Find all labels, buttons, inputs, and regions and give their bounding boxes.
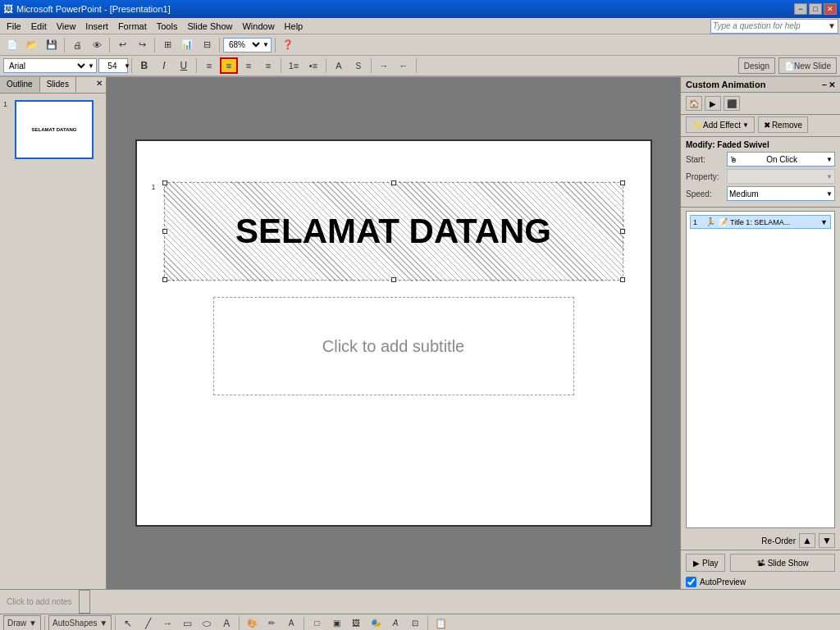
help-search-input[interactable] xyxy=(713,21,828,30)
draw-dropdown-button[interactable]: Draw ▼ xyxy=(3,615,41,631)
font-size-box[interactable]: ▼ xyxy=(98,58,128,73)
menu-file[interactable]: File xyxy=(2,20,26,33)
anim-home-button[interactable]: 🏠 xyxy=(686,96,702,111)
align-right-button[interactable]: ≡ xyxy=(240,57,258,74)
menu-slideshow[interactable]: Slide Show xyxy=(182,20,237,33)
menu-edit[interactable]: Edit xyxy=(26,20,52,33)
3d-button[interactable]: ▣ xyxy=(327,615,345,631)
remove-button[interactable]: ✖ Remove xyxy=(758,116,808,133)
decrease-indent-button[interactable]: ← xyxy=(395,57,413,74)
justify-button[interactable]: ≡ xyxy=(259,57,277,74)
align-left-button[interactable]: ≡ xyxy=(200,57,218,74)
panel-minimize-icon[interactable]: − xyxy=(822,80,827,89)
table-button[interactable]: ⊞ xyxy=(158,37,176,53)
open-button[interactable]: 📂 xyxy=(23,37,41,53)
oval-tool[interactable]: ⬭ xyxy=(198,615,216,631)
panel-close-icon[interactable]: ✕ xyxy=(829,80,835,89)
text-shadow-button[interactable]: S xyxy=(349,57,368,74)
tab-outline[interactable]: Outline xyxy=(0,77,40,93)
handle-bottomright[interactable] xyxy=(620,277,625,282)
line-color-button[interactable]: ✏ xyxy=(262,615,281,631)
menu-view[interactable]: View xyxy=(52,20,81,33)
increase-indent-button[interactable]: → xyxy=(375,57,393,74)
font-name-combo[interactable]: Arial ▼ xyxy=(3,58,97,73)
grid-button[interactable]: ⊟ xyxy=(198,37,216,53)
clip-art-button[interactable]: 🎭 xyxy=(367,615,385,631)
new-button[interactable]: 📄 xyxy=(3,37,21,53)
handle-bottommid[interactable] xyxy=(391,277,396,282)
autoshapes-button[interactable]: AutoShapes ▼ xyxy=(48,615,112,631)
shadow-button[interactable]: □ xyxy=(308,615,326,631)
speed-combo[interactable]: Medium ▼ xyxy=(727,186,835,201)
anim-stop-button[interactable]: ⬛ xyxy=(724,96,740,111)
menu-help[interactable]: Help xyxy=(280,20,308,33)
menu-window[interactable]: Window xyxy=(237,20,279,33)
save-button[interactable]: 💾 xyxy=(43,37,61,53)
handle-topleft[interactable] xyxy=(162,180,167,185)
handle-topright[interactable] xyxy=(620,180,625,185)
slideshow-button[interactable]: 📽 Slide Show xyxy=(730,554,835,572)
cursor-tool[interactable]: ↖ xyxy=(119,615,137,631)
design-button[interactable]: Design xyxy=(738,57,775,74)
zoom-select[interactable]: 68%25%50%75%100% xyxy=(226,39,262,50)
font-size-input[interactable] xyxy=(101,62,124,71)
preview-button[interactable]: 👁 xyxy=(88,37,106,53)
zoom-box[interactable]: 68%25%50%75%100% ▼ xyxy=(223,38,272,52)
minimize-button[interactable]: − xyxy=(794,3,807,15)
wordart-button[interactable]: A xyxy=(386,615,404,631)
menu-format[interactable]: Format xyxy=(113,20,152,33)
font-color-button[interactable]: A xyxy=(330,57,348,74)
fill-color-button[interactable]: 🎨 xyxy=(243,615,261,631)
redo-button[interactable]: ↪ xyxy=(133,37,151,53)
align-center-button[interactable]: ≡ xyxy=(220,57,238,74)
anim-play-icon-button[interactable]: ▶ xyxy=(705,96,721,111)
bullets-button[interactable]: •≡ xyxy=(304,57,322,74)
notes-area[interactable]: Click to add notes xyxy=(0,589,840,614)
title-bar-controls[interactable]: − □ ✕ xyxy=(794,3,837,15)
slide-thumb-1[interactable]: 1 SELAMAT DATANG xyxy=(3,100,103,159)
slide-layout-icon[interactable]: 📋 xyxy=(431,615,450,631)
handle-midleft[interactable] xyxy=(162,229,167,234)
autopreview-checkbox[interactable] xyxy=(686,577,696,587)
numbering-button[interactable]: 1≡ xyxy=(285,57,303,74)
bold-button[interactable]: B xyxy=(135,57,153,74)
handle-bottomleft[interactable] xyxy=(162,277,167,282)
undo-button[interactable]: ↩ xyxy=(113,37,131,53)
menu-insert[interactable]: Insert xyxy=(80,20,113,33)
close-button[interactable]: ✕ xyxy=(824,3,837,15)
add-effect-button[interactable]: ✨ Add Effect ▼ xyxy=(686,116,755,133)
help-button[interactable]: ❓ xyxy=(279,37,297,53)
play-button[interactable]: ▶ Play xyxy=(686,554,725,572)
italic-button[interactable]: I xyxy=(155,57,173,74)
handle-topmid[interactable] xyxy=(391,180,396,185)
org-chart-button[interactable]: ⊡ xyxy=(406,615,424,631)
slide-canvas[interactable]: 1 SELAMAT DATANG Click to add subtitle xyxy=(135,139,652,527)
handle-midright[interactable] xyxy=(620,229,625,234)
canvas-area[interactable]: 1 SELAMAT DATANG Click to add subtitle xyxy=(107,77,680,589)
anim-item-arrow[interactable]: ▼ xyxy=(820,218,828,226)
print-button[interactable]: 🖨 xyxy=(68,37,86,53)
help-search-box[interactable]: ▼ xyxy=(710,19,838,34)
reorder-up-button[interactable]: ▲ xyxy=(799,533,815,548)
panel-close-button[interactable]: ✕ xyxy=(93,77,106,93)
line-tool[interactable]: ╱ xyxy=(139,615,157,631)
animation-item-1[interactable]: 1 🏃 📝 Title 1: SELAMA... ▼ xyxy=(690,215,831,229)
text-tool[interactable]: A xyxy=(217,615,235,631)
maximize-button[interactable]: □ xyxy=(809,3,822,15)
start-combo[interactable]: 🖱 On Click ▼ xyxy=(727,152,835,167)
subtitle-textbox[interactable]: Click to add subtitle xyxy=(213,297,574,395)
underline-button[interactable]: U xyxy=(175,57,193,74)
tab-slides[interactable]: Slides xyxy=(40,77,76,93)
title-textbox[interactable]: 1 SELAMAT DATANG xyxy=(164,182,623,281)
notes-scrollbar[interactable] xyxy=(79,590,90,614)
reorder-down-button[interactable]: ▼ xyxy=(819,533,835,548)
chart-button[interactable]: 📊 xyxy=(178,37,196,53)
font-name-select[interactable]: Arial xyxy=(6,61,88,71)
animation-list[interactable]: 1 🏃 📝 Title 1: SELAMA... ▼ xyxy=(686,211,835,528)
insert-pic-button[interactable]: 🖼 xyxy=(347,615,365,631)
font-color-btn2[interactable]: A xyxy=(282,615,300,631)
new-slide-button[interactable]: 📄 New Slide xyxy=(778,57,837,74)
rectangle-tool[interactable]: ▭ xyxy=(178,615,196,631)
menu-tools[interactable]: Tools xyxy=(152,20,183,33)
arrow-tool[interactable]: → xyxy=(158,615,176,631)
